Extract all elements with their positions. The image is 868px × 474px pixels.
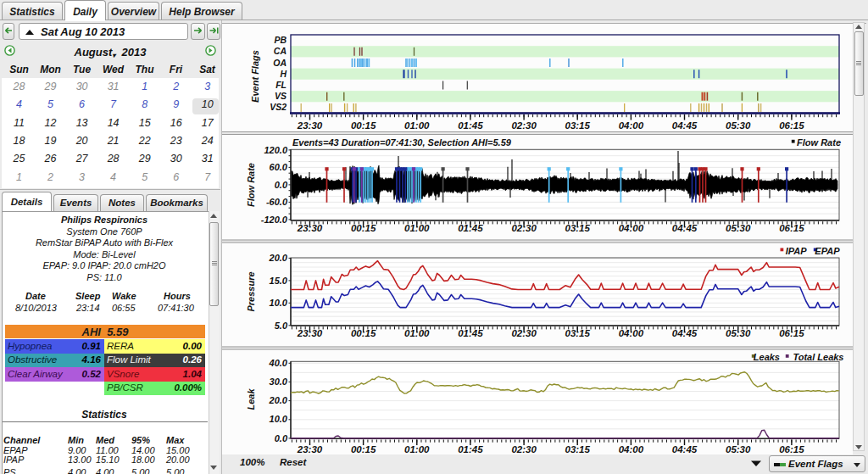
svg-text:04:45: 04:45 (672, 444, 698, 454)
svg-text:02:30: 02:30 (511, 223, 537, 233)
svg-text:00:15: 00:15 (351, 120, 376, 131)
svg-text:06:15: 06:15 (779, 120, 804, 131)
svg-text:VS: VS (275, 91, 287, 101)
svg-text:PB: PB (274, 35, 287, 45)
svg-text:Leaks: Leaks (754, 352, 780, 362)
svg-text:15.0: 15.0 (270, 276, 288, 286)
svg-text:Event Flags: Event Flags (250, 50, 260, 103)
svg-text:5.0: 5.0 (275, 321, 288, 331)
svg-text:05:30: 05:30 (726, 444, 751, 454)
svg-text:H: H (280, 69, 287, 79)
svg-text:OA: OA (273, 58, 287, 68)
svg-text:04:45: 04:45 (672, 328, 698, 338)
svg-text:03:15: 03:15 (565, 444, 590, 454)
svg-text:04:00: 04:00 (619, 223, 644, 233)
svg-text:Reset: Reset (280, 457, 307, 467)
svg-text:VS2: VS2 (270, 102, 287, 112)
svg-text:00:15: 00:15 (351, 328, 376, 338)
svg-text:0.0: 0.0 (275, 433, 288, 443)
svg-text:Flow Rate: Flow Rate (797, 137, 841, 148)
svg-text:04:00: 04:00 (619, 444, 644, 454)
svg-text:CA: CA (274, 46, 287, 56)
svg-text:00:15: 00:15 (351, 223, 376, 233)
svg-text:Total Leaks: Total Leaks (793, 352, 843, 362)
svg-text:06:15: 06:15 (779, 328, 804, 338)
svg-text:02:30: 02:30 (511, 120, 537, 131)
svg-text:0.0: 0.0 (275, 180, 288, 190)
svg-text:03:15: 03:15 (565, 223, 590, 233)
svg-text:Events=43 Duration=07:41:30, S: Events=43 Duration=07:41:30, Selection A… (292, 137, 512, 148)
svg-text:05:30: 05:30 (726, 120, 751, 131)
svg-text:23:30: 23:30 (297, 223, 323, 233)
svg-text:02:30: 02:30 (511, 328, 537, 338)
svg-text:10.0: 10.0 (270, 414, 288, 424)
svg-text:01:00: 01:00 (404, 328, 430, 338)
svg-text:100%: 100% (240, 457, 264, 467)
svg-text:02:30: 02:30 (511, 444, 537, 454)
svg-text:05:30: 05:30 (726, 328, 751, 338)
svg-text:30.0: 30.0 (270, 376, 288, 387)
svg-text:IPAP: IPAP (786, 246, 808, 256)
svg-text:23:30: 23:30 (297, 328, 323, 338)
svg-text:03:15: 03:15 (565, 328, 590, 338)
svg-text:06:15: 06:15 (779, 223, 804, 233)
svg-text:23:30: 23:30 (297, 444, 323, 454)
svg-text:04:45: 04:45 (672, 223, 698, 233)
svg-text:01:45: 01:45 (458, 328, 483, 338)
svg-text:-120.0: -120.0 (261, 215, 288, 225)
svg-text:40.0: 40.0 (269, 358, 288, 368)
svg-text:Flow Rate: Flow Rate (246, 163, 256, 207)
svg-text:20.0: 20.0 (269, 253, 288, 263)
svg-text:10.0: 10.0 (270, 298, 288, 308)
svg-text:120.0: 120.0 (264, 145, 287, 155)
svg-text:00:15: 00:15 (351, 444, 376, 454)
svg-text:01:00: 01:00 (404, 120, 430, 131)
svg-text:23:30: 23:30 (297, 120, 323, 131)
svg-text:06:15: 06:15 (779, 444, 804, 454)
svg-text:01:45: 01:45 (458, 120, 483, 131)
svg-text:Pressure: Pressure (246, 271, 256, 311)
svg-text:04:00: 04:00 (619, 120, 644, 131)
svg-text:05:30: 05:30 (726, 223, 751, 233)
svg-text:04:45: 04:45 (672, 120, 698, 131)
svg-text:04:00: 04:00 (619, 328, 644, 338)
svg-text:FL: FL (275, 80, 287, 90)
svg-text:01:45: 01:45 (458, 223, 483, 233)
svg-text:03:15: 03:15 (565, 120, 590, 131)
svg-text:Leak: Leak (246, 388, 256, 410)
svg-text:-60.0: -60.0 (266, 197, 288, 207)
svg-text:01:45: 01:45 (458, 444, 483, 454)
svg-text:EPAP: EPAP (815, 246, 840, 256)
svg-text:01:00: 01:00 (404, 223, 430, 233)
svg-text:01:00: 01:00 (404, 444, 430, 454)
svg-text:60.0: 60.0 (270, 162, 288, 172)
svg-text:20.0: 20.0 (269, 395, 288, 405)
